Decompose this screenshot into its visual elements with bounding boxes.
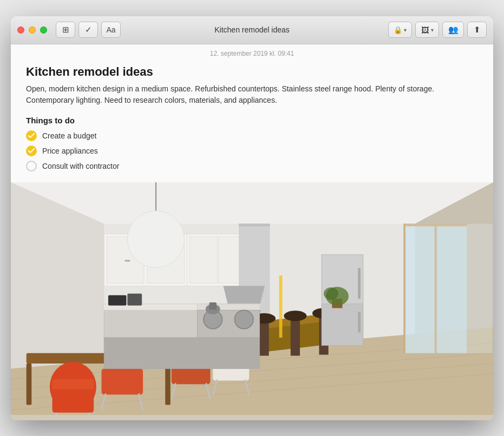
svg-marker-20	[223, 286, 265, 306]
todo-label-1: Create a budget	[42, 131, 96, 140]
note-title: Kitchen remodel ideas	[26, 65, 478, 79]
grid-icon: ⊞	[62, 25, 69, 35]
share-button[interactable]: ⬆	[467, 22, 487, 38]
date-line: 12. september 2019 kl. 09:41	[11, 44, 493, 62]
check-icon: ✓	[85, 25, 92, 35]
svg-rect-76	[279, 275, 283, 338]
image-chevron: ▾	[431, 27, 434, 33]
image-button[interactable]: 🖼 ▾	[415, 22, 439, 38]
svg-point-23	[127, 210, 184, 267]
font-icon: Aa	[106, 25, 115, 34]
lock-icon: 🔒	[394, 26, 402, 34]
share-icon: ⬆	[474, 25, 481, 35]
close-button[interactable]	[17, 27, 24, 34]
svg-rect-57	[104, 338, 259, 368]
svg-rect-54	[358, 267, 361, 298]
svg-rect-28	[291, 316, 300, 355]
title-bar: ⊞ ✓ Aa Kitchen remodel ideas 🔒 ▾ 🖼 ▾ 👥	[11, 16, 493, 44]
todo-label-2: Price appliances	[42, 147, 98, 155]
svg-point-62	[234, 310, 253, 328]
kitchen-image	[11, 182, 493, 420]
todo-item-3[interactable]: Consult with contractor	[26, 161, 478, 171]
collab-button[interactable]: 👥	[442, 22, 464, 38]
svg-rect-37	[53, 379, 94, 389]
checkmark-icon-2	[28, 148, 35, 154]
note-content: 12. september 2019 kl. 09:41 Kitchen rem…	[11, 44, 493, 420]
svg-rect-34	[165, 363, 171, 405]
lock-button[interactable]: 🔒 ▾	[388, 22, 412, 38]
svg-point-29	[284, 311, 306, 321]
svg-rect-75	[210, 302, 217, 309]
window-title: Kitchen remodel ideas	[214, 25, 290, 34]
svg-rect-73	[127, 293, 142, 305]
checkbox-done-2[interactable]	[26, 146, 37, 156]
checkbox-undone-3[interactable]	[26, 161, 37, 171]
font-button[interactable]: Aa	[101, 22, 121, 38]
svg-rect-13	[125, 260, 130, 261]
note-body: Kitchen remodel ideas Open, modern kitch…	[11, 62, 493, 182]
lock-chevron: ▾	[404, 27, 407, 33]
image-icon: 🖼	[421, 25, 429, 35]
svg-rect-72	[108, 295, 126, 305]
todo-item-2[interactable]: Price appliances	[26, 146, 478, 156]
app-window: ⊞ ✓ Aa Kitchen remodel ideas 🔒 ▾ 🖼 ▾ 👥	[11, 16, 493, 420]
svg-rect-19	[239, 223, 270, 226]
svg-rect-55	[358, 312, 361, 332]
svg-rect-53	[322, 303, 363, 345]
todo-label-3: Consult with contractor	[42, 162, 119, 170]
toolbar-right: 🔒 ▾ 🖼 ▾ 👥 ⬆	[388, 22, 487, 38]
note-description: Open, modern kitchen design in a medium …	[26, 83, 470, 106]
traffic-lights	[17, 27, 47, 34]
svg-rect-33	[27, 363, 32, 405]
todo-item-1[interactable]: Create a budget	[26, 130, 478, 141]
svg-rect-42	[101, 368, 143, 394]
collab-icon: 👥	[448, 25, 459, 35]
checkbox-done-1[interactable]	[26, 130, 37, 141]
todo-list: Create a budget Price appliances Consult…	[26, 130, 478, 171]
section-heading: Things to do	[26, 116, 478, 125]
checkmark-icon-1	[28, 133, 35, 138]
svg-rect-68	[404, 223, 493, 353]
check-button[interactable]: ✓	[78, 22, 98, 38]
svg-rect-16	[189, 236, 218, 283]
minimize-button[interactable]	[29, 27, 36, 34]
kitchen-svg	[11, 182, 493, 415]
svg-point-71	[324, 287, 338, 300]
svg-rect-26	[259, 319, 269, 355]
maximize-button[interactable]	[40, 27, 47, 34]
toolbar-left: ⊞ ✓ Aa	[56, 22, 121, 38]
grid-view-button[interactable]: ⊞	[56, 22, 75, 38]
